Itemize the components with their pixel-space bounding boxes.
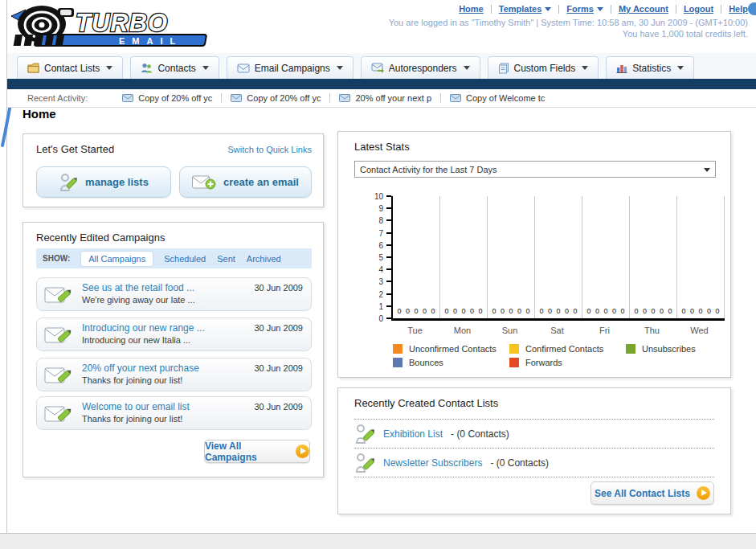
value-label: 0	[707, 307, 711, 315]
chart-plot: 00000000000000000000000000000000000	[391, 196, 725, 321]
recent-activity-item[interactable]: Copy of Welcome tc	[441, 93, 554, 103]
tab-contacts[interactable]: Contacts	[130, 56, 219, 79]
campaign-title-link[interactable]: 20% off your next purchase	[82, 363, 199, 374]
chevron-down-icon	[582, 66, 588, 70]
filter-scheduled[interactable]: Scheduled	[164, 254, 206, 264]
recent-activity-item[interactable]: Copy of 20% off yc	[113, 93, 222, 103]
value-label-row: 00000	[393, 307, 439, 315]
chevron-down-icon	[106, 66, 112, 70]
x-axis-label: Thu	[628, 326, 676, 335]
autoresponders-icon	[371, 63, 384, 73]
filter-archived[interactable]: Archived	[247, 254, 281, 264]
person-pencil-icon	[354, 424, 375, 445]
campaign-subtitle: Thanks for joining our list!	[82, 375, 182, 385]
stats-activity-select[interactable]: Contact Activity for the Last 7 Days	[354, 161, 716, 178]
header-link-my-account[interactable]: My Account	[619, 4, 668, 14]
header-link-help[interactable]: Help	[729, 4, 748, 14]
y-tick-label: 7	[378, 229, 383, 238]
get-started-panel: Let's Get Started Switch to Quick Links …	[22, 133, 324, 207]
x-axis-label: Tue	[391, 326, 439, 335]
envelope-pencil-icon	[44, 324, 73, 346]
manage-lists-button[interactable]: manage lists	[36, 166, 171, 198]
campaign-title-link[interactable]: Introducing our new range ...	[82, 322, 205, 334]
value-label-row: 00000	[677, 307, 724, 315]
filter-sent[interactable]: Sent	[217, 254, 235, 264]
envelope-pencil-icon	[44, 284, 73, 306]
person-pencil-icon	[354, 453, 375, 473]
view-all-campaigns-button[interactable]: View All Campaigns	[204, 440, 310, 463]
get-started-title: Let's Get Started	[36, 143, 114, 155]
turbo-email-dashboard: TURBO EMAIL Home Templates Forms My Acco…	[0, 0, 756, 549]
logo-subtitle-text: EMAIL	[119, 36, 182, 46]
y-tick-label: 4	[378, 265, 383, 274]
campaign-title-link[interactable]: See us at the retail food ...	[82, 282, 194, 293]
separator	[611, 5, 611, 14]
contact-list-rows: Exhibition List - (0 Contacts) Newslette…	[354, 419, 714, 477]
filter-all-campaigns[interactable]: All Campaigns	[81, 252, 153, 266]
value-label: 0	[478, 307, 482, 315]
legend-item: Unconfirmed Contacts	[393, 344, 509, 354]
tab-contact-lists[interactable]: Contact Lists	[17, 56, 123, 79]
separator	[721, 5, 721, 14]
tab-autoresponders[interactable]: Autoresponders	[361, 56, 480, 79]
legend-label: Confirmed Contacts	[525, 344, 603, 354]
see-all-contact-lists-button[interactable]: See All Contact Lists	[590, 481, 714, 505]
value-label: 0	[651, 307, 655, 315]
chart-group: 00000	[440, 196, 488, 318]
contact-list-name-link[interactable]: Exhibition List	[383, 428, 443, 440]
x-axis-label: Wed	[676, 326, 723, 335]
tab-label: Contact Lists	[44, 63, 100, 74]
contact-list-row[interactable]: Newsletter Subscribers - (0 Contacts)	[354, 449, 714, 477]
recent-activity-item[interactable]: Copy of 20% off yc	[222, 93, 330, 103]
campaign-row[interactable]: Welcome to our email list Thanks for joi…	[36, 396, 312, 430]
campaign-row[interactable]: 20% off your next purchase Thanks for jo…	[36, 358, 312, 391]
campaign-subtitle: Thanks for joining our list!	[82, 414, 182, 424]
campaign-row[interactable]: See us at the retail food ... We're givi…	[36, 277, 312, 311]
chart-x-labels: TueMonSunSatFriThuWed	[391, 326, 723, 335]
legend-swatch	[509, 358, 519, 367]
header-link-logout[interactable]: Logout	[684, 4, 713, 14]
contact-lists-title: Recently Created Contact Lists	[354, 397, 498, 409]
campaigns-panel: Recently Edited Campaigns SHOW: All Camp…	[22, 222, 324, 477]
tab-email-campaigns[interactable]: Email Campaigns	[227, 56, 353, 79]
header-link-forms[interactable]: Forms	[566, 4, 603, 14]
chart-group: 00000	[582, 196, 630, 318]
value-label: 0	[612, 307, 616, 315]
login-line: You are logged in as "Timothy Smith" | S…	[389, 17, 748, 28]
value-label: 0	[690, 307, 694, 315]
recent-activity-text: Copy of Welcome tc	[466, 93, 545, 103]
header-link-home[interactable]: Home	[459, 4, 484, 14]
header-link-templates[interactable]: Templates	[499, 4, 552, 14]
legend-item: Forwards	[509, 358, 626, 367]
header-link-label: Templates	[499, 4, 542, 14]
recent-activity-item[interactable]: 20% off your next p	[330, 93, 441, 103]
value-label: 0	[397, 307, 401, 315]
chart-groups: 00000000000000000000000000000000000	[393, 196, 725, 318]
chart-group: 00000	[630, 196, 677, 318]
chevron-down-icon	[202, 66, 209, 70]
value-label: 0	[556, 307, 560, 315]
tab-custom-fields[interactable]: Custom Fields	[488, 56, 599, 79]
header-link-label: Logout	[684, 4, 713, 14]
switch-quick-links-link[interactable]: Switch to Quick Links	[227, 145, 312, 154]
contact-list-row[interactable]: Exhibition List - (0 Contacts)	[354, 420, 714, 449]
contact-list-count: - (0 Contacts)	[490, 457, 549, 469]
campaign-title-link[interactable]: Welcome to our email list	[82, 401, 190, 412]
create-email-button[interactable]: create an email	[179, 166, 312, 198]
separator	[558, 5, 559, 14]
legend-label: Unconfirmed Contacts	[409, 344, 497, 354]
contact-lists-icon	[27, 63, 39, 73]
value-label: 0	[517, 307, 521, 315]
header-link-label: Help	[729, 4, 748, 14]
corner-dot-decoration	[748, 2, 756, 15]
y-tick-label: 0	[378, 314, 383, 323]
value-label: 0	[620, 307, 624, 315]
envelope-pencil-icon	[44, 364, 73, 387]
campaign-row[interactable]: Introducing our new range ... Introducin…	[36, 318, 312, 351]
value-label: 0	[565, 307, 569, 315]
contact-list-name-link[interactable]: Newsletter Subscribers	[383, 457, 482, 469]
y-tick-label: 9	[378, 204, 383, 213]
recent-activity-text: Copy of 20% off yc	[247, 93, 321, 103]
tab-statistics[interactable]: Statistics	[606, 56, 694, 79]
y-tick-label: 3	[378, 277, 383, 286]
